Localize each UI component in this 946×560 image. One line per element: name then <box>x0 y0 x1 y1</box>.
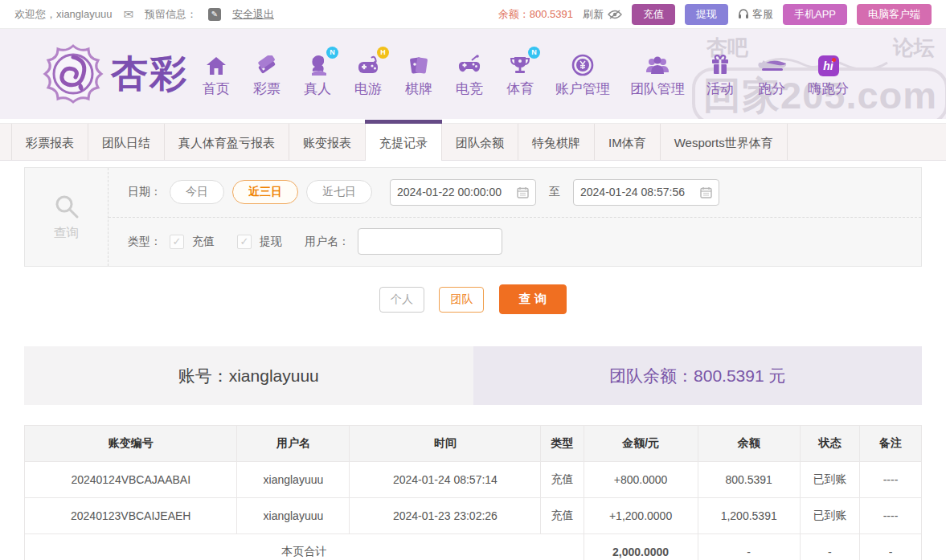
username-input[interactable] <box>358 228 502 255</box>
team-balance: 团队余额：800.5391 元 <box>473 346 923 405</box>
cell-time: 2024-01-23 23:02:26 <box>350 498 541 534</box>
nav-item-promotions[interactable]: 活动 <box>705 51 735 98</box>
personal-button[interactable]: 个人 <box>379 287 424 313</box>
logo-text: 杏彩 <box>111 49 188 99</box>
tab-wesports[interactable]: Wesports世界体育 <box>661 124 788 160</box>
hi-icon: hi <box>818 51 839 76</box>
logo-emblem-icon <box>42 43 104 105</box>
cell-type: 充值 <box>541 498 584 534</box>
nav-item-hi-paofen[interactable]: hi 嗨跑分 <box>808 51 849 98</box>
ticket-icon <box>256 51 278 76</box>
cards-icon <box>408 51 429 76</box>
table-row: 20240123VBCAIJEAEH xianglayuuu 2024-01-2… <box>25 498 922 534</box>
date-from-input[interactable]: 2024-01-22 00:00:00 <box>390 179 536 206</box>
hot-badge: H <box>377 47 389 59</box>
nav-item-esports[interactable]: 电竞 <box>454 51 485 98</box>
to-label: 至 <box>549 185 560 199</box>
tab-im-sports[interactable]: IM体育 <box>595 124 661 160</box>
cell-username: xianglayuuu <box>237 498 350 534</box>
table-footer-row: 本页合计 2,000.0000 - - - <box>25 534 922 560</box>
nav-item-home[interactable]: 首页 <box>201 51 231 98</box>
col-header-status: 状态 <box>800 426 859 462</box>
filter-search-label: 查询 <box>25 168 109 266</box>
query-button[interactable]: 查 询 <box>499 284 567 314</box>
edit-icon[interactable]: ✎ <box>208 8 221 21</box>
main-nav: 首页 彩票 N 真人 H 电游 棋牌 <box>201 51 849 98</box>
mobile-app-button[interactable]: 手机APP <box>783 4 847 25</box>
logout-link[interactable]: 安全退出 <box>232 7 274 22</box>
account-summary-bar: 账号：xianglayuuu 团队余额：800.5391 元 <box>24 346 922 405</box>
nav-item-team-mgmt[interactable]: 团队管理 <box>630 51 685 98</box>
col-header-change-id: 账变编号 <box>25 426 237 462</box>
table-header-row: 账变编号 用户名 时间 类型 金额/元 余额 状态 备注 <box>25 426 922 462</box>
withdraw-checkbox[interactable]: ✓ <box>237 235 252 249</box>
tab-deposit-withdraw-records[interactable]: 充提记录 <box>366 124 442 160</box>
withdraw-checkbox-label: 提现 <box>260 235 282 249</box>
col-header-amount: 金额/元 <box>584 426 698 462</box>
col-header-username: 用户名 <box>237 426 350 462</box>
date-label: 日期： <box>128 185 162 199</box>
tab-live-sports-pl[interactable]: 真人体育盈亏报表 <box>165 124 289 160</box>
nav-item-lottery[interactable]: 彩票 <box>252 51 282 98</box>
cell-change-id: 20240123VBCAIJEAEH <box>25 498 237 534</box>
cell-remark: ---- <box>859 462 921 498</box>
cell-status: 已到账 <box>800 498 859 534</box>
cell-change-id: 20240124VBCAJAABAI <box>25 462 237 498</box>
tab-lottery-report[interactable]: 彩票报表 <box>11 124 88 160</box>
account-number: 账号：xianglayuuu <box>24 346 473 405</box>
account-number-value: xianglayuuu <box>229 366 319 386</box>
nav-item-live[interactable]: N 真人 <box>302 51 333 98</box>
page-total-label: 本页合计 <box>25 534 584 560</box>
tab-account-change[interactable]: 账变报表 <box>289 124 366 160</box>
message-envelope-icon[interactable]: ✉ <box>123 7 133 22</box>
date-to-input[interactable]: 2024-01-24 08:57:56 <box>573 179 719 206</box>
tab-team-balance[interactable]: 团队余额 <box>442 124 518 160</box>
page-total-amount: 2,000.0000 <box>584 534 698 560</box>
watermark-right-text: 论坛 <box>893 34 935 62</box>
cell-balance: 800.5391 <box>698 462 800 498</box>
nav-item-cards[interactable]: 棋牌 <box>403 51 434 98</box>
home-icon <box>205 51 227 76</box>
quick-today-button[interactable]: 今日 <box>170 180 224 204</box>
gift-icon <box>710 51 731 76</box>
person-icon: N <box>305 51 330 76</box>
withdraw-button[interactable]: 提现 <box>685 4 728 25</box>
customer-service-button[interactable]: 客服 <box>738 7 773 22</box>
cell-remark: ---- <box>859 498 921 534</box>
nav-item-sports[interactable]: N 体育 <box>505 51 535 98</box>
balance-value: 800.5391 <box>530 8 573 20</box>
report-tabs: 彩票报表 团队日结 真人体育盈亏报表 账变报表 充提记录 团队余额 特兔棋牌 I… <box>0 123 946 161</box>
nav-item-paofen[interactable]: 跑分 <box>756 51 788 98</box>
headset-icon <box>738 9 749 19</box>
team-icon <box>645 51 670 76</box>
new-badge: N <box>326 47 338 59</box>
cell-username: xianglayuuu <box>237 462 350 498</box>
balance-text: 余额：800.5391 <box>498 7 573 22</box>
team-button[interactable]: 团队 <box>439 287 484 313</box>
deposit-button[interactable]: 充值 <box>632 4 675 25</box>
top-bar: 欢迎您，xianglayuuu ✉ 预留信息： ✎ 安全退出 余额：800.53… <box>0 0 946 29</box>
tab-tetu-cards[interactable]: 特兔棋牌 <box>518 124 595 160</box>
cell-status: 已到账 <box>800 462 859 498</box>
type-label: 类型： <box>128 235 162 249</box>
records-table: 账变编号 用户名 时间 类型 金额/元 余额 状态 备注 20240124VBC… <box>24 425 922 560</box>
hidden-eye-icon <box>608 10 622 19</box>
deposit-checkbox-label: 充值 <box>192 235 215 249</box>
esports-controller-icon <box>457 51 481 76</box>
col-header-remark: 备注 <box>859 426 921 462</box>
filter-panel: 查询 日期： 今日 近三日 近七日 2024-01-22 00:00:00 至 <box>24 167 922 267</box>
refresh-button[interactable]: 刷新 <box>583 7 622 22</box>
site-logo[interactable]: 杏彩 <box>42 43 188 105</box>
new-badge: N <box>528 47 540 59</box>
tab-team-daily[interactable]: 团队日结 <box>88 124 165 160</box>
gamepad-icon: H <box>356 51 380 76</box>
nav-item-account-mgmt[interactable]: 账户管理 <box>555 51 610 98</box>
quick-7days-button[interactable]: 近七日 <box>306 180 372 204</box>
col-header-balance: 余额 <box>698 426 800 462</box>
table-row: 20240124VBCAJAABAI xianglayuuu 2024-01-2… <box>25 462 922 498</box>
nav-item-egames[interactable]: H 电游 <box>353 51 383 98</box>
deposit-checkbox[interactable]: ✓ <box>170 235 184 249</box>
pc-client-button[interactable]: 电脑客户端 <box>857 4 932 25</box>
quick-3days-button[interactable]: 近三日 <box>232 180 298 204</box>
cell-balance: 1,200.5391 <box>698 498 800 534</box>
